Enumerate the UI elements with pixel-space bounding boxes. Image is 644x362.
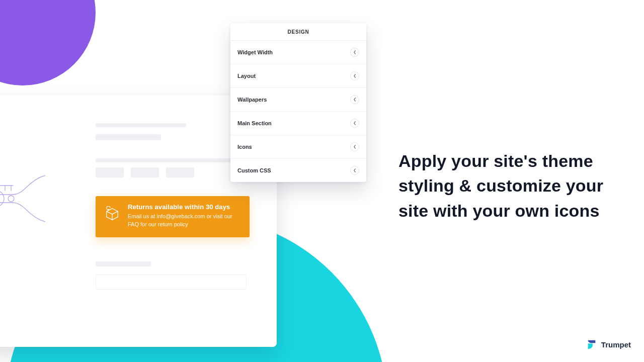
design-row-widget-width[interactable]: Widget Width xyxy=(230,41,366,64)
trumpet-logo-icon xyxy=(586,339,597,350)
banner-title: Returns available within 30 days xyxy=(128,203,242,211)
design-panel-title: DESIGN xyxy=(230,23,366,41)
design-row-label: Widget Width xyxy=(237,49,273,55)
design-row-label: Layout xyxy=(237,73,256,79)
chevron-left-icon xyxy=(350,142,359,151)
chevron-left-icon xyxy=(350,119,359,128)
brand-name: Trumpet xyxy=(601,340,631,349)
product-skeleton xyxy=(96,123,247,177)
form-skeleton xyxy=(96,261,247,290)
design-row-custom-css[interactable]: Custom CSS xyxy=(230,159,366,182)
marketing-headline: Apply your site's theme styling & custom… xyxy=(398,149,630,223)
design-row-label: Wallpapers xyxy=(237,97,267,103)
design-panel: DESIGN Widget Width Layout Wallpapers Ma… xyxy=(230,23,366,182)
brand: Trumpet xyxy=(586,339,631,350)
design-row-label: Main Section xyxy=(237,120,272,126)
svg-point-1 xyxy=(8,196,14,202)
chevron-left-icon xyxy=(350,71,359,80)
returns-box-icon xyxy=(105,206,120,221)
decor-circle-purple xyxy=(0,0,96,85)
svg-point-0 xyxy=(0,191,4,207)
design-row-main-section[interactable]: Main Section xyxy=(230,112,366,135)
marketing-slide: Returns available within 30 days Email u… xyxy=(0,0,644,362)
chevron-left-icon xyxy=(350,166,359,175)
design-row-label: Icons xyxy=(237,144,252,150)
returns-banner: Returns available within 30 days Email u… xyxy=(96,196,250,237)
banner-body: Email us at info@giveback.com or visit o… xyxy=(128,213,242,229)
design-row-label: Custom CSS xyxy=(237,167,271,173)
trumpet-illustration xyxy=(0,163,45,224)
design-row-wallpapers[interactable]: Wallpapers xyxy=(230,88,366,112)
chevron-left-icon xyxy=(350,48,359,57)
design-row-layout[interactable]: Layout xyxy=(230,64,366,88)
chevron-left-icon xyxy=(350,95,359,104)
design-row-icons[interactable]: Icons xyxy=(230,135,366,159)
